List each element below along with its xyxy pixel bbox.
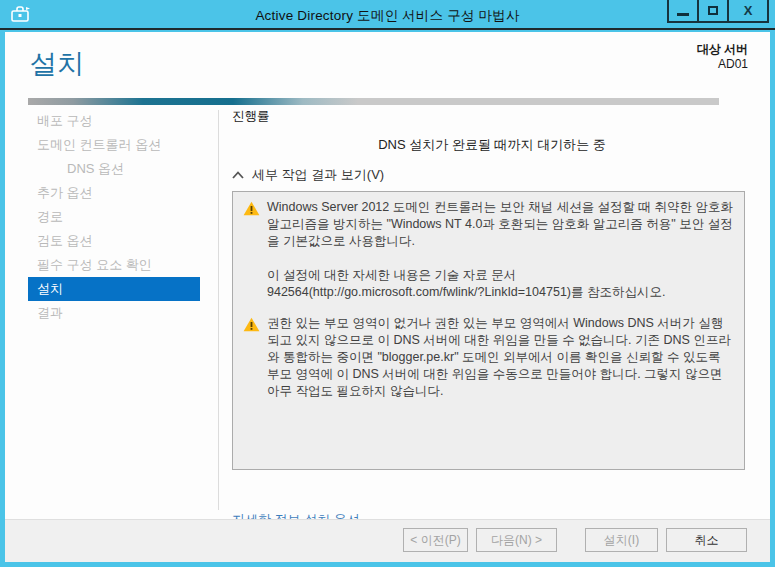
sidebar-item-results: 결과: [28, 301, 208, 325]
sidebar-item-review-options: 검토 옵션: [28, 229, 208, 253]
warning-paragraph: Windows Server 2012 도메인 컨트롤러는 보안 채널 세션을 …: [267, 199, 734, 250]
warning-item: 권한 있는 부모 영역이 없거나 권한 있는 부모 영역에서 Windows D…: [241, 315, 734, 400]
sidebar-item-prerequisites-check: 필수 구성 요소 확인: [28, 253, 208, 277]
operation-details-box[interactable]: Windows Server 2012 도메인 컨트롤러는 보안 채널 세션을 …: [232, 191, 745, 470]
minimize-icon: [677, 13, 689, 16]
close-button[interactable]: X: [727, 0, 769, 23]
warning-text: 권한 있는 부모 영역이 없거나 권한 있는 부모 영역에서 Windows D…: [267, 315, 734, 400]
footer-bar: < 이전(P) 다음(N) > 설치(I) 취소: [5, 519, 770, 562]
warning-paragraph: 권한 있는 부모 영역이 없거나 권한 있는 부모 영역에서 Windows D…: [267, 315, 734, 400]
details-toggle[interactable]: 세부 작업 결과 보기(V): [232, 166, 752, 184]
warning-item: Windows Server 2012 도메인 컨트롤러는 보안 채널 세션을 …: [241, 199, 734, 301]
install-button[interactable]: 설치(I): [585, 528, 658, 552]
sidebar-item-installation: 설치: [28, 277, 200, 301]
chevron-up-icon: [232, 171, 244, 179]
titlebar: Active Directory 도메인 서비스 구성 마법사 X: [0, 0, 775, 30]
wizard-steps-sidebar: 배포 구성 도메인 컨트롤러 옵션 DNS 옵션 추가 옵션 경로 검토 옵션 …: [28, 109, 208, 325]
maximize-icon: [708, 6, 718, 15]
minimize-button[interactable]: [667, 0, 699, 23]
cancel-button[interactable]: 취소: [666, 528, 747, 552]
wizard-body: 설치 대상 서버 AD01 배포 구성 도메인 컨트롤러 옵션 DNS 옵션 추…: [5, 32, 770, 562]
sidebar-item-paths: 경로: [28, 205, 208, 229]
progress-label: 진행률: [232, 108, 752, 125]
sidebar-item-dns-options: DNS 옵션: [28, 157, 208, 181]
target-server-label: 대상 서버: [697, 42, 748, 57]
maximize-button[interactable]: [697, 0, 729, 23]
window-title: Active Directory 도메인 서비스 구성 마법사: [0, 7, 775, 25]
sidebar-item-additional-options: 추가 옵션: [28, 181, 208, 205]
warning-text: Windows Server 2012 도메인 컨트롤러는 보안 채널 세션을 …: [267, 199, 734, 301]
status-message: DNS 설치가 완료될 때까지 대기하는 중: [232, 136, 752, 154]
sidebar-divider: [218, 110, 219, 510]
progress-bar: [28, 98, 719, 105]
previous-button[interactable]: < 이전(P): [403, 528, 468, 552]
sidebar-item-dc-options: 도메인 컨트롤러 옵션: [28, 133, 208, 157]
warning-icon: [243, 201, 260, 216]
warning-icon: [243, 317, 260, 332]
page-title: 설치: [30, 46, 84, 82]
close-icon: X: [744, 3, 753, 18]
window-controls: X: [669, 0, 769, 23]
warning-paragraph: 이 설정에 대한 자세한 내용은 기술 자료 문서 942564(http://…: [267, 267, 734, 301]
details-toggle-label: 세부 작업 결과 보기(V): [252, 166, 384, 184]
target-server-block: 대상 서버 AD01: [697, 42, 748, 72]
target-server-name: AD01: [697, 57, 748, 72]
main-panel: 진행률 DNS 설치가 완료될 때까지 대기하는 중 세부 작업 결과 보기(V…: [232, 108, 752, 470]
sidebar-item-deployment-config: 배포 구성: [28, 109, 208, 133]
next-button[interactable]: 다음(N) >: [476, 528, 557, 552]
